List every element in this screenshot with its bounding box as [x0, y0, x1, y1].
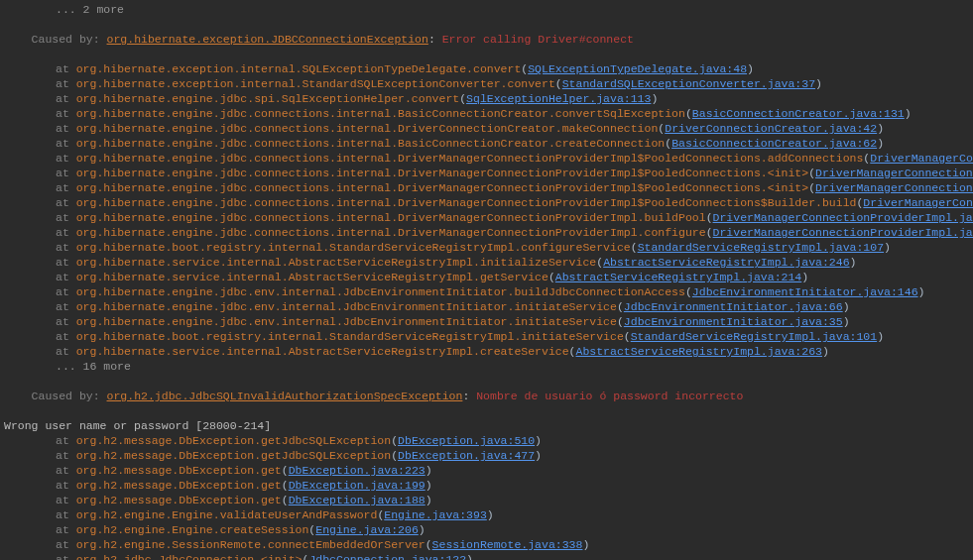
source-location-link[interactable]: BasicConnectionCreator.java:62 — [671, 137, 877, 150]
stack-frame: at org.hibernate.engine.jdbc.env.interna… — [4, 314, 973, 329]
source-location-link[interactable]: DriverManagerConnectionProviderImpl.java… — [815, 167, 973, 179]
qualified-method: org.h2.engine.Engine.validateUserAndPass… — [76, 508, 378, 521]
at-keyword: at — [56, 152, 76, 165]
sep: : — [462, 390, 476, 402]
paren-close: ) — [419, 523, 426, 536]
qualified-method: org.h2.jdbc.JdbcConnection.<init> — [76, 553, 303, 560]
paren-open: ( — [282, 464, 289, 477]
paren-close: ) — [487, 508, 494, 521]
stack-frame: at org.h2.message.DbException.get(DbExce… — [4, 463, 973, 478]
paren-open: ( — [426, 538, 432, 551]
exception-class-link[interactable]: org.hibernate.exception.JDBCConnectionEx… — [107, 33, 428, 46]
stack-frame: at org.hibernate.engine.jdbc.env.interna… — [4, 299, 973, 314]
qualified-method: org.hibernate.engine.jdbc.env.internal.J… — [76, 315, 617, 328]
stack-frame: at org.hibernate.engine.jdbc.connections… — [4, 151, 973, 166]
qualified-method: org.hibernate.exception.internal.Standar… — [76, 77, 555, 90]
paren-open: ( — [631, 241, 638, 254]
at-keyword: at — [56, 300, 76, 313]
paren-close: ) — [877, 330, 884, 343]
stack-frame: at org.hibernate.boot.registry.internal.… — [4, 240, 973, 255]
qualified-method: org.hibernate.engine.jdbc.connections.in… — [76, 137, 666, 150]
at-keyword: at — [56, 494, 76, 506]
qualified-method: org.hibernate.engine.jdbc.env.internal.J… — [76, 300, 617, 313]
source-location-link[interactable]: DbException.java:199 — [289, 479, 426, 492]
at-keyword: at — [56, 449, 76, 462]
qualified-method: org.hibernate.engine.jdbc.connections.in… — [76, 181, 808, 194]
source-location-link[interactable]: DriverManagerConnectionProviderImpl.java… — [815, 181, 973, 194]
qualified-method: org.h2.engine.SessionRemote.connectEmbed… — [76, 538, 426, 551]
paren-open: ( — [282, 479, 289, 492]
at-keyword: at — [56, 211, 76, 224]
at-keyword: at — [56, 77, 76, 90]
source-location-link[interactable]: StandardServiceRegistryImpl.java:101 — [631, 330, 877, 343]
source-location-link[interactable]: SqlExceptionHelper.java:113 — [466, 92, 651, 105]
caused-by-1: Caused by: org.hibernate.exception.JDBCC… — [4, 17, 973, 61]
source-location-link[interactable]: DbException.java:188 — [289, 494, 426, 506]
stack-frame: at org.hibernate.engine.jdbc.connections… — [4, 106, 973, 121]
paren-open: ( — [706, 226, 713, 239]
source-location-link[interactable]: BasicConnectionCreator.java:131 — [692, 107, 905, 120]
stack-frame: at org.hibernate.service.internal.Abstra… — [4, 255, 973, 270]
qualified-method: org.h2.message.DbException.getJdbcSQLExc… — [76, 449, 391, 462]
source-location-link[interactable]: AbstractServiceRegistryImpl.java:246 — [603, 256, 849, 269]
omitted-frames: ... 2 more — [4, 2, 973, 17]
paren-close: ) — [535, 449, 542, 462]
paren-open: ( — [569, 345, 576, 358]
at-keyword: at — [56, 434, 76, 447]
paren-open: ( — [555, 77, 562, 90]
paren-open: ( — [624, 330, 631, 343]
at-keyword: at — [56, 92, 76, 105]
paren-close: ) — [918, 285, 925, 298]
source-location-link[interactable]: Engine.java:393 — [384, 508, 487, 521]
qualified-method: org.hibernate.engine.jdbc.connections.in… — [76, 226, 706, 239]
source-location-link[interactable]: JdbcEnvironmentInitiator.java:35 — [624, 315, 843, 328]
source-location-link[interactable]: SessionRemote.java:338 — [432, 538, 583, 551]
caused-by-label: Caused by: — [32, 390, 107, 402]
source-location-link[interactable]: DbException.java:223 — [289, 464, 426, 477]
paren-close: ) — [843, 300, 850, 313]
at-keyword: at — [56, 285, 76, 298]
stack-frame: at org.h2.engine.Engine.validateUserAndP… — [4, 507, 973, 522]
source-location-link[interactable]: DriverManagerConnectionProviderImpl.java… — [713, 226, 973, 239]
source-location-link[interactable]: JdbcEnvironmentInitiator.java:146 — [692, 285, 918, 298]
qualified-method: org.hibernate.service.internal.AbstractS… — [76, 271, 548, 283]
stack-frame: at org.h2.engine.SessionRemote.connectEm… — [4, 537, 973, 552]
source-location-link[interactable]: DriverConnectionCreator.java:42 — [665, 122, 877, 135]
at-keyword: at — [56, 479, 76, 492]
source-location-link[interactable]: SQLExceptionTypeDelegate.java:48 — [528, 62, 747, 75]
stack-frame: at org.hibernate.engine.jdbc.connections… — [4, 195, 973, 210]
qualified-method: org.hibernate.engine.jdbc.connections.in… — [76, 107, 685, 120]
at-keyword: at — [56, 226, 76, 239]
exception-class-link[interactable]: org.h2.jdbc.JdbcSQLInvalidAuthorizationS… — [107, 390, 463, 402]
paren-close: ) — [651, 92, 658, 105]
source-location-link[interactable]: DbException.java:510 — [398, 434, 535, 447]
source-location-link[interactable]: DriverManagerConnectionProviderImpl.java… — [713, 211, 973, 224]
source-location-link[interactable]: StandardServiceRegistryImpl.java:107 — [638, 241, 884, 254]
at-keyword: at — [56, 107, 76, 120]
source-location-link[interactable]: JdbcConnection.java:122 — [308, 553, 466, 560]
at-keyword: at — [56, 181, 76, 194]
stack-frame: at org.h2.message.DbException.getJdbcSQL… — [4, 448, 973, 463]
source-location-link[interactable]: DriverManagerConnectionProviderImpl.java… — [870, 152, 973, 165]
source-location-link[interactable]: DbException.java:477 — [398, 449, 535, 462]
paren-open: ( — [685, 107, 692, 120]
paren-close: ) — [905, 107, 912, 120]
at-keyword: at — [56, 553, 76, 560]
wrong-credentials-line: Wrong user name or password [28000-214] — [4, 418, 973, 433]
paren-close: ) — [850, 256, 857, 269]
source-location-link[interactable]: JdbcEnvironmentInitiator.java:66 — [624, 300, 843, 313]
source-location-link[interactable]: AbstractServiceRegistryImpl.java:263 — [576, 345, 822, 358]
source-location-link[interactable]: AbstractServiceRegistryImpl.java:214 — [555, 271, 801, 283]
source-location-link[interactable]: DriverManagerConnectionProviderImpl.java… — [863, 196, 973, 209]
source-location-link[interactable]: Engine.java:206 — [315, 523, 419, 536]
stack-frame: at org.h2.message.DbException.getJdbcSQL… — [4, 433, 973, 448]
paren-close: ) — [426, 479, 432, 492]
stack-frame: at org.hibernate.service.internal.Abstra… — [4, 270, 973, 284]
at-keyword: at — [56, 330, 76, 343]
exception-message: Nombre de usuario ó password incorrecto — [476, 390, 743, 402]
stack-frame: at org.h2.message.DbException.get(DbExce… — [4, 493, 973, 507]
source-location-link[interactable]: StandardSQLExceptionConverter.java:37 — [562, 77, 815, 90]
stack-frame: at org.hibernate.boot.registry.internal.… — [4, 329, 973, 344]
paren-close: ) — [815, 77, 822, 90]
omitted-frames: ... 16 more — [4, 359, 973, 374]
